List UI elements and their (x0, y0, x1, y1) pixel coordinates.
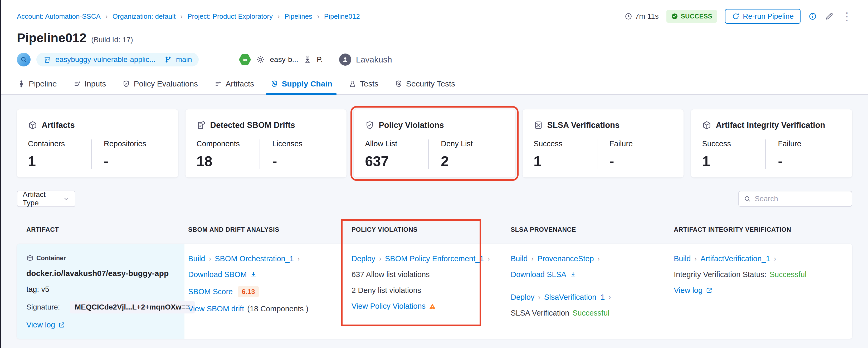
infrastructure-name[interactable]: P. (317, 55, 323, 64)
ci-success-badge-icon: ∞ (239, 54, 251, 66)
inputs-icon (73, 80, 81, 88)
tab-policy-evaluations[interactable]: Policy Evaluations (122, 75, 198, 94)
breadcrumb-separator: › (181, 12, 183, 21)
download-sbom-link[interactable]: Download SBOM (188, 270, 247, 279)
tab-pipeline[interactable]: Pipeline (17, 75, 57, 94)
view-log-link[interactable]: View log (674, 286, 703, 295)
chevron-separator: › (537, 293, 541, 301)
slsa-icon (534, 120, 543, 130)
tab-security-tests[interactable]: Security Tests (394, 75, 456, 94)
breadcrumb-organization[interactable]: Organization: default (113, 12, 176, 21)
cell-integrity-verification: Build› ArtifactVerification_1› Integrity… (670, 244, 852, 339)
infrastructure-icon (303, 55, 312, 64)
chevron-separator: › (209, 255, 212, 263)
tab-artifacts[interactable]: Artifacts (214, 75, 254, 94)
status-badge: SUCCESS (666, 10, 717, 23)
cell-policy-violations: Deploy› SBOM Policy Enforcement_1› 637 A… (348, 244, 507, 339)
repo-name[interactable]: easybuggy-vulnerable-applic... (55, 55, 155, 64)
slsa-step1-link[interactable]: ProvenanceStep (537, 254, 594, 263)
column-header-integrity-verification: ARTIFACT INTEGRITY VERIFICATION (670, 226, 852, 233)
sbom-drift-icon (196, 120, 206, 130)
column-header-artifact: ARTIFACT (17, 226, 184, 233)
card-title: Artifact Integrity Verification (716, 120, 825, 130)
policy-step-link[interactable]: SBOM Policy Enforcement_1 (385, 254, 484, 263)
breadcrumb-project[interactable]: Project: Product Exploratory (187, 12, 273, 21)
chevron-separator: › (694, 255, 698, 263)
download-slsa-link[interactable]: Download SLSA (511, 270, 566, 279)
service-name[interactable]: easy-b... (270, 55, 298, 64)
stat-components: Components 18 (196, 140, 260, 169)
view-sbom-drift-link[interactable]: View SBOM drift (188, 304, 244, 313)
tab-label: Tests (360, 79, 378, 88)
integrity-status-label: Integrity Verification Status: (674, 270, 766, 279)
view-policy-violations-link[interactable]: View Policy Violations (351, 302, 426, 311)
chevron-separator: › (531, 255, 534, 263)
cube-icon (26, 254, 34, 262)
info-icon[interactable] (808, 12, 817, 21)
card-artifacts: Artifacts Containers 1 Repositories - (17, 109, 178, 177)
policy-stage-link[interactable]: Deploy (351, 254, 375, 263)
integrity-status: Successful (770, 270, 806, 279)
tab-label: Inputs (85, 79, 106, 88)
artifacts-icon (214, 80, 222, 88)
breadcrumb-separator: › (105, 12, 108, 21)
more-options-icon[interactable]: ⋮ (842, 11, 852, 22)
tab-inputs[interactable]: Inputs (73, 75, 107, 94)
branch-name[interactable]: main (176, 55, 192, 64)
sbom-stage-link[interactable]: Build (188, 254, 205, 263)
repo-pill[interactable]: easybuggy-vulnerable-applic... main (36, 53, 199, 66)
card-slsa-verifications: SLSA Verifications Success 1 Failure - (523, 109, 684, 177)
tab-label: Artifacts (225, 79, 254, 88)
card-title: SLSA Verifications (547, 120, 620, 130)
chevron-separator: › (773, 255, 777, 263)
stat-containers: Containers 1 (28, 140, 91, 169)
stat-label: Licenses (272, 140, 336, 148)
stat-deny-list: Deny List 2 (428, 140, 504, 169)
cube-icon (702, 120, 711, 130)
external-link-icon (58, 322, 65, 328)
stat-label: Containers (28, 140, 91, 148)
cell-slsa-provenance: Build› ProvenanceStep› Download SLSA Dep… (507, 244, 670, 339)
integrity-stage-link[interactable]: Build (674, 254, 691, 263)
download-icon (250, 271, 257, 279)
stat-value: - (272, 153, 336, 169)
card-title: Detected SBOM Drifts (210, 120, 295, 130)
sbom-score-link[interactable]: SBOM Score (188, 287, 233, 296)
column-header-sbom: SBOM AND DRIFT ANALYSIS (184, 226, 348, 233)
chevron-separator: › (378, 255, 382, 263)
stat-licenses: Licenses - (259, 140, 336, 169)
slsa-step2-link[interactable]: SlsaVerification_1 (544, 293, 605, 301)
duration-text: 7m 11s (635, 12, 659, 21)
view-log-link[interactable]: View log (26, 321, 55, 329)
slsa-stage1-link[interactable]: Build (511, 254, 528, 263)
breadcrumb-pipeline012[interactable]: Pipeline012 (324, 12, 360, 21)
user-name: Lavakush (356, 55, 392, 65)
summary-cards: Artifacts Containers 1 Repositories - (17, 109, 852, 177)
pipeline-icon (18, 80, 25, 88)
breadcrumb-pipelines[interactable]: Pipelines (285, 12, 312, 21)
stat-slsa-success: Success 1 (534, 140, 597, 169)
tab-tests[interactable]: Tests (348, 75, 379, 94)
edit-icon[interactable] (825, 12, 834, 21)
stat-value: 1 (534, 153, 597, 169)
tab-supply-chain[interactable]: Supply Chain (270, 75, 333, 94)
artifact-type-dropdown[interactable]: Artifact Type (17, 191, 75, 207)
deny-list-violations: 2 Deny list violations (351, 286, 421, 295)
search-input[interactable] (755, 195, 847, 203)
sbom-step-link[interactable]: SBOM Orchestration_1 (215, 254, 294, 263)
breadcrumb-account[interactable]: Account: Automation-SSCA (17, 12, 101, 21)
slsa-stage2-link[interactable]: Deploy (511, 293, 534, 301)
chevron-separator: › (608, 293, 611, 301)
card-policy-violations: Policy Violations Allow List 637 Deny Li… (354, 109, 515, 177)
integrity-step-link[interactable]: ArtifactVerification_1 (701, 254, 770, 263)
rerun-pipeline-button[interactable]: Re-run Pipeline (725, 9, 801, 24)
page-header: Account: Automation-SSCA› Organization: … (1, 0, 868, 67)
table-header: ARTIFACT SBOM AND DRIFT ANALYSIS POLICY … (17, 219, 852, 244)
download-icon (569, 271, 577, 279)
allow-list-violations: 637 Allow list violations (351, 270, 430, 279)
clock-icon (624, 12, 632, 20)
stat-integrity-success: Success 1 (702, 140, 765, 169)
filter-row: Artifact Type (17, 191, 852, 207)
build-id: (Build Id: 17) (91, 36, 133, 44)
stat-label: Failure (610, 140, 673, 148)
